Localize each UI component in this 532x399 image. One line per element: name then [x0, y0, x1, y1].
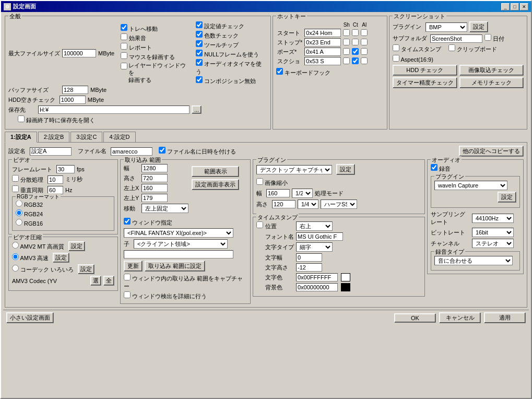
amv3-radio[interactable]: AMV3 高速: [12, 253, 49, 262]
memory-check-button[interactable]: メモリチェック: [459, 77, 524, 88]
all-button[interactable]: 全: [103, 276, 114, 286]
cap-height-input[interactable]: [141, 174, 168, 182]
codec-settings-button[interactable]: 設定: [78, 264, 94, 274]
window-select-dropdown[interactable]: <FINAL FANTASY XI(pol.exe)>: [124, 228, 233, 238]
cap-move-select[interactable]: 左上固定: [141, 204, 188, 213]
amv2-input[interactable]: [12, 242, 19, 249]
keyboard-hook-label[interactable]: キーボードフック: [276, 68, 330, 77]
update-button[interactable]: 更新: [124, 261, 143, 272]
buffer-size-input[interactable]: [62, 86, 88, 94]
select-button[interactable]: 選: [90, 276, 101, 286]
timestamp-check[interactable]: [256, 221, 263, 229]
audio-plugin-select[interactable]: waveIn Capture: [434, 181, 507, 190]
plugin-settings-button[interactable]: 設定: [336, 164, 355, 175]
range-show-button[interactable]: 範囲表示: [192, 166, 239, 177]
scale-check-label[interactable]: 画像縮小: [256, 178, 288, 187]
rgb16-radio[interactable]: RGB16: [16, 219, 43, 227]
plugin-fraction2-select[interactable]: 1/4: [298, 199, 318, 209]
file-input[interactable]: [111, 147, 152, 156]
window-detect-label[interactable]: ウィンドウ検出を詳細に行う: [124, 293, 207, 299]
maximize-button[interactable]: □: [511, 3, 519, 10]
check-report[interactable]: レポート: [121, 43, 192, 52]
ss-timestamp-label[interactable]: タイムスタンプ: [393, 44, 441, 53]
tab-settings-d[interactable]: 4:設定D: [103, 132, 135, 143]
window-select-checkbox[interactable]: [124, 218, 131, 225]
minimize-button[interactable]: _: [501, 3, 510, 10]
subframe-input[interactable]: [48, 175, 63, 184]
plugin-fraction1-select[interactable]: 1/2: [292, 189, 313, 198]
ss-subfolder-input[interactable]: [430, 34, 482, 43]
font-input[interactable]: [296, 232, 343, 241]
rgb32-input[interactable]: [16, 200, 22, 207]
kouka-checkbox[interactable]: [121, 33, 127, 40]
ss-date-label[interactable]: 日付: [484, 34, 504, 43]
capture-window-checkbox[interactable]: [124, 274, 131, 280]
char-type-select[interactable]: 細字: [296, 242, 333, 252]
pause-input[interactable]: [304, 48, 341, 56]
open-after-stop-checkbox[interactable]: [18, 115, 25, 122]
bg-color-swatch[interactable]: [341, 283, 350, 291]
bg-color-input[interactable]: [296, 283, 338, 291]
settings-check-checkbox[interactable]: [196, 21, 203, 28]
tab-settings-a[interactable]: 1:設定A: [5, 132, 37, 143]
image-check-button[interactable]: 画像取込チェック: [459, 65, 524, 76]
bitrate-select[interactable]: 16bit: [472, 228, 514, 237]
rgb24-radio[interactable]: RGB24: [16, 209, 43, 217]
cancel-button[interactable]: キャンセル: [439, 312, 481, 323]
ss-clipboard-label[interactable]: クリップボード: [448, 44, 497, 53]
char-width-input[interactable]: [296, 253, 322, 262]
stop-input[interactable]: [304, 38, 341, 46]
amv2-radio[interactable]: AMV2 MT 高画質: [12, 242, 64, 251]
torehe-checkbox[interactable]: [121, 24, 127, 31]
ss-aspect-checkbox[interactable]: [393, 55, 399, 62]
window-select-check[interactable]: ウィンドウ指定: [124, 219, 172, 226]
stop-al[interactable]: [361, 39, 368, 45]
null-frame-checkbox[interactable]: [196, 50, 203, 56]
check-kouka[interactable]: 効果音: [121, 33, 192, 42]
check-null-frame[interactable]: NULLフレームを使う: [196, 50, 267, 58]
start-input[interactable]: [304, 29, 341, 37]
char-color-swatch[interactable]: [341, 273, 350, 281]
ok-button[interactable]: OK: [394, 313, 436, 323]
cap-left-y-input[interactable]: [141, 194, 168, 202]
rgb24-input[interactable]: [16, 209, 22, 216]
record-checkbox[interactable]: [431, 164, 438, 171]
tooltip-checkbox[interactable]: [196, 40, 203, 47]
vsync-checkbox[interactable]: [12, 185, 19, 192]
report-checkbox[interactable]: [121, 43, 127, 50]
char-color-input[interactable]: [296, 273, 338, 281]
pause-ct[interactable]: [352, 48, 359, 55]
set-capture-button[interactable]: 取り込み 範囲に設定: [145, 261, 205, 272]
rgb32-radio[interactable]: RGB32: [16, 200, 43, 208]
check-torehe[interactable]: トレへ移動: [121, 24, 192, 33]
extra-input[interactable]: [124, 250, 233, 259]
cap-left-x-input[interactable]: [141, 184, 168, 192]
channel-select[interactable]: ステレオ: [472, 239, 514, 248]
check-audio-timer[interactable]: オーディオタイマを使う: [196, 59, 267, 76]
pause-al[interactable]: [361, 48, 368, 55]
settings-hide-button[interactable]: 設定画面非表示: [192, 179, 239, 190]
check-settings[interactable]: 設定値チェック: [196, 21, 267, 30]
audio-timer-checkbox[interactable]: [196, 59, 203, 66]
ss-timestamp-checkbox[interactable]: [393, 44, 399, 51]
timestamp-checkbox[interactable]: [256, 221, 263, 228]
small-screen-button[interactable]: 小さい設定画面: [6, 312, 54, 323]
date-filename-label[interactable]: ファイル名に日時を付ける: [159, 147, 236, 156]
check-composition[interactable]: コンポジション無効: [196, 76, 267, 85]
screenshot-al[interactable]: [361, 57, 368, 64]
plugin-sse-select[interactable]: ハーフSSE: [321, 199, 357, 209]
check-tooltip[interactable]: ツールチップ: [196, 40, 267, 49]
stop-sh[interactable]: [343, 39, 350, 45]
apply-button[interactable]: 適用: [484, 312, 526, 323]
char-height-input[interactable]: [296, 263, 322, 272]
layered-checkbox[interactable]: [121, 63, 127, 69]
start-ct[interactable]: [352, 29, 359, 36]
audio-settings-button[interactable]: 設定: [498, 192, 516, 203]
ss-settings-button[interactable]: 設定: [469, 21, 488, 32]
codec-input[interactable]: [12, 265, 19, 272]
browse-button[interactable]: ...: [192, 105, 202, 114]
ss-clipboard-checkbox[interactable]: [448, 44, 455, 51]
ss-date-checkbox[interactable]: [484, 34, 491, 41]
record-label[interactable]: 録音: [431, 164, 451, 173]
check-color[interactable]: 色数チェック: [196, 31, 267, 40]
